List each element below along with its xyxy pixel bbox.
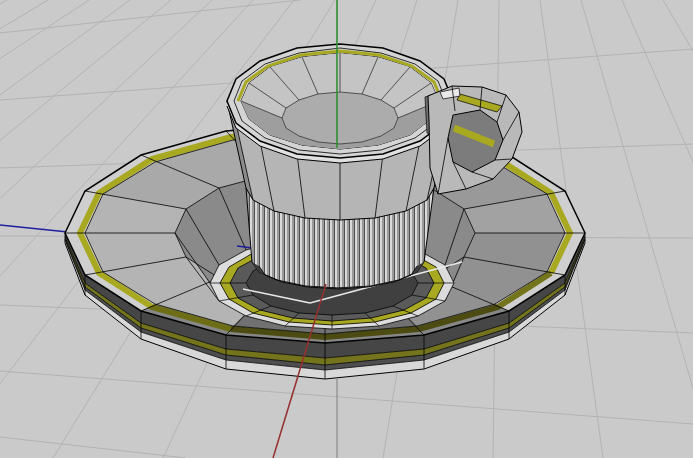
cup-flute-borders bbox=[246, 188, 434, 288]
cup-base bbox=[252, 262, 424, 289]
z-axis-line bbox=[273, 284, 326, 458]
cup-handle bbox=[428, 86, 522, 194]
viewport-3d[interactable] bbox=[0, 0, 693, 458]
scene-overlay-layer bbox=[0, 0, 693, 458]
